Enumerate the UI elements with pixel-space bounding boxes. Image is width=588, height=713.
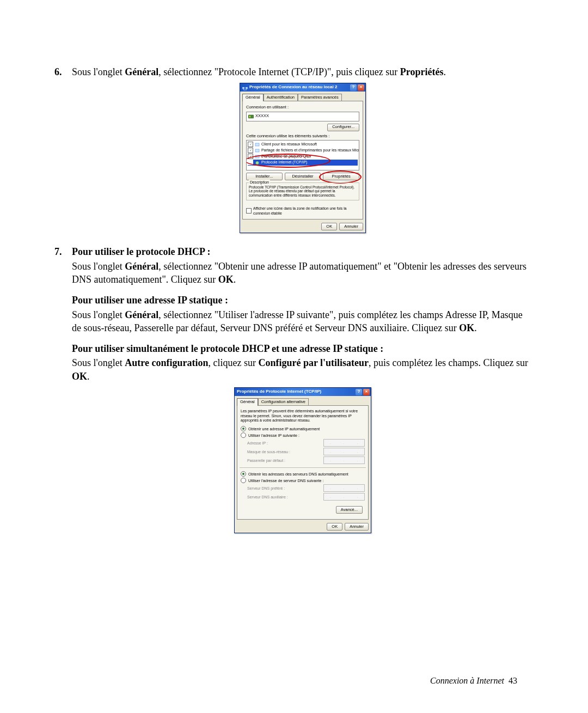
- ip-row: Adresse IP : ...: [247, 439, 365, 447]
- intro-text: Les paramètres IP peuvent être déterminé…: [241, 409, 365, 423]
- element-buttons: Installer... Désinstaller Propriétés: [246, 173, 359, 180]
- titlebar[interactable]: Propriétés de Connexion au réseau local …: [240, 83, 365, 92]
- adapter-name: XXXXX: [255, 113, 269, 119]
- uninstall-button[interactable]: Désinstaller: [285, 173, 321, 180]
- dialog-body: Les paramètres IP peuvent être déterminé…: [237, 405, 369, 520]
- text: .: [234, 274, 236, 285]
- ip-input: ...: [323, 439, 365, 447]
- notify-label: Afficher une icône dans la zone de notif…: [253, 206, 359, 216]
- svg-rect-1: [246, 87, 248, 89]
- page-number: 43: [509, 676, 517, 685]
- tab-advanced[interactable]: Paramètres avancés: [298, 94, 342, 101]
- field-label: Serveur DNS auxiliaire :: [247, 495, 323, 499]
- dns2-row: Serveur DNS auxiliaire : ...: [247, 493, 365, 501]
- dialog-buttons: OK Annuler: [235, 522, 371, 533]
- radio-label: Utiliser l'adresse IP suivante :: [248, 433, 299, 438]
- list-item[interactable]: ✓ Partage de fichiers et d'imprimantes p…: [248, 148, 358, 154]
- field-label: Serveur DNS préféré :: [247, 486, 323, 491]
- tab-alt-config[interactable]: Configuration alternative: [258, 398, 309, 405]
- heading: Pour utiliser simultanément le protocole…: [72, 343, 383, 354]
- configure-button[interactable]: Configurer...: [327, 124, 359, 131]
- help-button[interactable]: ?: [356, 389, 362, 395]
- list-item-selected[interactable]: ✓ Protocole Internet (TCP/IP): [248, 160, 358, 166]
- svg-rect-4: [255, 143, 259, 146]
- install-button[interactable]: Installer...: [246, 173, 283, 180]
- tab-strip: Général Authentification Paramètres avan…: [240, 92, 365, 101]
- radio-icon[interactable]: [241, 432, 246, 438]
- ip-input: ...: [323, 448, 365, 455]
- bold: Propriétés: [400, 66, 444, 77]
- ok-button[interactable]: OK: [321, 223, 337, 230]
- document-page: 6. Sous l'onglet Général, sélectionnez "…: [0, 0, 588, 713]
- radio-label: Utiliser l'adresse de serveur DNS suivan…: [248, 478, 323, 484]
- radio-auto-dns[interactable]: Obtenir les adresses des serveurs DNS au…: [241, 471, 365, 477]
- connect-using-label: Connexion en utilisant :: [246, 105, 359, 110]
- text: .: [474, 322, 477, 333]
- svg-rect-6: [255, 155, 259, 158]
- ip-input: ...: [323, 493, 365, 501]
- checkbox-icon[interactable]: ✓: [248, 148, 253, 153]
- tab-authentication[interactable]: Authentification: [264, 94, 298, 101]
- close-button[interactable]: ×: [358, 84, 364, 91]
- help-button[interactable]: ?: [350, 84, 357, 91]
- ip-input: ...: [323, 484, 365, 492]
- description-text: Protocole TCP/IP (Transmission Control P…: [249, 185, 357, 198]
- svg-rect-2: [248, 115, 254, 118]
- step-number: 6.: [54, 65, 72, 241]
- checkbox-icon[interactable]: ✓: [248, 160, 253, 165]
- checkbox-icon[interactable]: [246, 208, 252, 214]
- dialog-buttons: OK Annuler: [240, 222, 365, 233]
- cancel-button[interactable]: Annuler: [339, 223, 363, 230]
- elements-label: Cette connexion utilise les éléments sui…: [246, 133, 359, 139]
- text: Sous l'onglet: [72, 309, 125, 320]
- radio-auto-ip[interactable]: Obtenir une adresse IP automatiquement: [241, 426, 365, 431]
- description-group: Description Protocole TCP/IP (Transmissi…: [246, 182, 359, 200]
- list-item[interactable]: ✓ Planificateur de paquets QoS: [248, 154, 358, 160]
- step-7: 7. Pour utiliser le protocole DHCP : Sou…: [54, 245, 534, 541]
- field-label: Adresse IP :: [247, 441, 323, 446]
- dialog-title: Propriétés de Protocole Internet (TCP/IP…: [237, 389, 321, 395]
- footer-text: Connexion à Internet: [430, 676, 504, 685]
- step-body: Sous l'onglet Général, sélectionnez "Pro…: [72, 65, 534, 241]
- tab-general[interactable]: Général: [242, 94, 264, 101]
- close-button[interactable]: ×: [363, 389, 370, 395]
- text: , cliquez sur: [208, 357, 258, 368]
- ok-button[interactable]: OK: [327, 523, 342, 531]
- qos-icon: [255, 154, 260, 159]
- list-item[interactable]: ✓ Client pour les réseaux Microsoft: [248, 142, 358, 148]
- tab-general[interactable]: Général: [237, 398, 258, 406]
- radio-static-dns[interactable]: Utiliser l'adresse de serveur DNS suivan…: [241, 478, 365, 483]
- radio-static-ip[interactable]: Utiliser l'adresse IP suivante :: [241, 432, 365, 438]
- titlebar[interactable]: Propriétés de Protocole Internet (TCP/IP…: [235, 388, 371, 396]
- bold: Général: [125, 261, 158, 272]
- cancel-button[interactable]: Annuler: [345, 523, 369, 531]
- bold: Général: [125, 66, 158, 77]
- radio-icon[interactable]: [241, 426, 246, 431]
- radio-icon[interactable]: [241, 478, 246, 483]
- radio-icon[interactable]: [241, 471, 246, 477]
- checkbox-icon[interactable]: ✓: [248, 142, 253, 147]
- adapter-icon: [248, 114, 254, 119]
- text: , sélectionnez "Protocole Internet (TCP/…: [158, 66, 400, 77]
- mask-row: Masque de sous-réseau : ...: [247, 448, 365, 455]
- elements-list[interactable]: ✓ Client pour les réseaux Microsoft ✓ Pa…: [246, 140, 359, 170]
- bold: Configuré par l'utilisateur: [258, 357, 369, 368]
- dns1-row: Serveur DNS préféré : ...: [247, 484, 365, 492]
- gateway-row: Passerelle par défaut : ...: [247, 456, 365, 464]
- text: Sous l'onglet: [72, 357, 125, 368]
- checkbox-icon[interactable]: ✓: [248, 154, 253, 159]
- svg-rect-5: [255, 149, 259, 152]
- text: .: [443, 66, 446, 77]
- heading: Pour utiliser une adresse IP statique :: [72, 295, 228, 306]
- properties-button[interactable]: Propriétés: [323, 173, 359, 180]
- list-item-label: Partage de fichiers et d'imprimantes pou…: [261, 148, 359, 153]
- advanced-button[interactable]: Avancé...: [336, 506, 363, 514]
- notify-row: Afficher une icône dans la zone de notif…: [246, 206, 359, 216]
- adapter-field: XXXXX: [246, 112, 359, 121]
- list-item-label: Client pour les réseaux Microsoft: [261, 142, 317, 147]
- step-6: 6. Sous l'onglet Général, sélectionnez "…: [54, 65, 534, 241]
- text: Sous l'onglet: [72, 66, 125, 77]
- share-icon: [255, 148, 260, 153]
- radio-label: Obtenir les adresses des serveurs DNS au…: [248, 472, 348, 477]
- protocol-icon: [255, 160, 260, 165]
